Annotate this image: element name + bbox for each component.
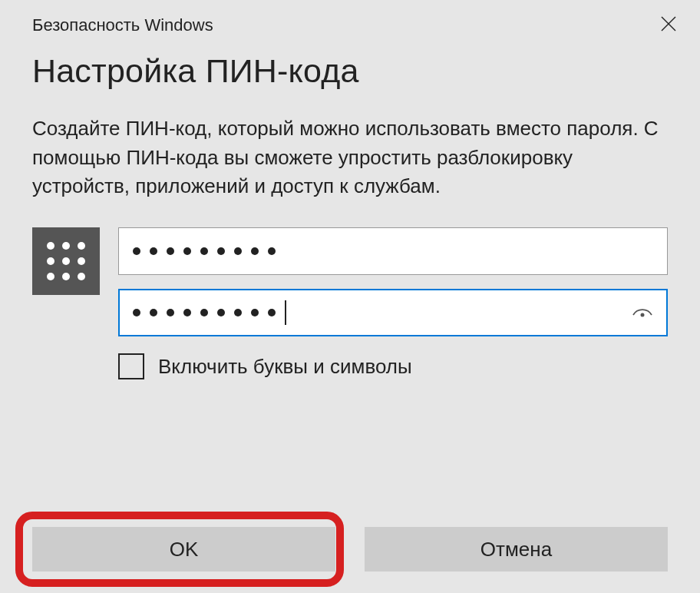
dialog-content: Настройка ПИН-кода Создайте ПИН-код, кот… (0, 40, 700, 379)
titlebar-text: Безопасность Windows (32, 15, 213, 35)
dialog-title: Настройка ПИН-кода (32, 52, 668, 90)
button-row: OK Отмена (32, 527, 668, 571)
ok-button[interactable]: OK (32, 527, 335, 571)
reveal-password-icon[interactable] (631, 303, 654, 323)
keypad-icon (32, 227, 100, 295)
close-icon[interactable] (651, 12, 686, 39)
dialog-description: Создайте ПИН-код, который можно использо… (32, 114, 662, 201)
include-letters-checkbox[interactable] (118, 353, 144, 379)
pin-inputs (118, 227, 668, 336)
titlebar: Безопасность Windows (0, 0, 700, 40)
svg-point-2 (641, 313, 645, 317)
pin-input-new[interactable] (118, 227, 668, 275)
checkbox-label: Включить буквы и символы (158, 355, 412, 379)
checkbox-row: Включить буквы и символы (118, 353, 668, 379)
pin-section (32, 227, 668, 336)
cancel-button[interactable]: Отмена (365, 527, 668, 571)
pin-input-confirm[interactable] (118, 289, 668, 336)
